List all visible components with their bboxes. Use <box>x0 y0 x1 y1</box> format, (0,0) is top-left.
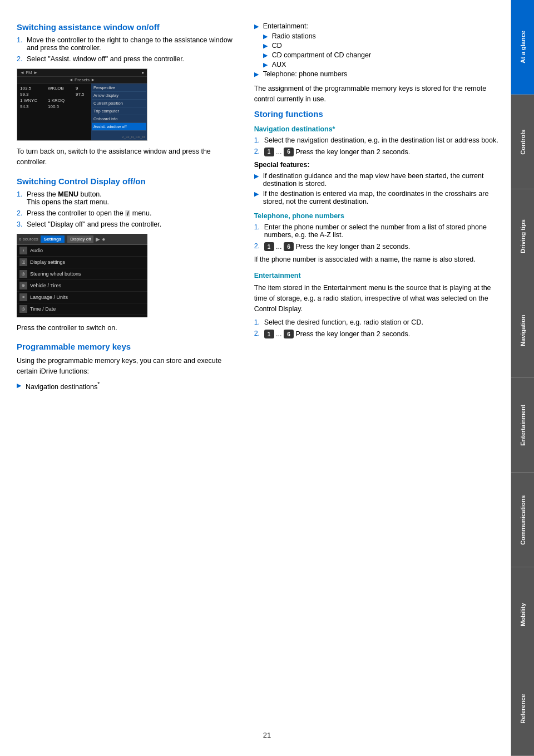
menu-language: ≡ Language / Units <box>17 292 147 303</box>
station-2-freq: 99.3 <box>20 92 48 97</box>
display-settings-label: Display settings <box>30 259 65 265</box>
bullet-arrow-cd: ▶ <box>263 42 272 50</box>
bullet-aux: ▶ AUX <box>254 61 500 68</box>
settings-screenshot: o sources Settings Display off ▶ ● ♪ Aud… <box>17 234 147 317</box>
bullet-radio: ▶ Radio stations <box>254 32 500 40</box>
station-1-freq: 103.5 <box>20 86 48 91</box>
menu-steering: ◎ Steering wheel buttons <box>17 268 147 280</box>
phone-step-text-1: Enter the phone number or select the num… <box>264 223 500 239</box>
bullet-telephone: ▶ Telephone: phone numbers <box>254 70 500 78</box>
menu-item-assist-off: Assist. window off <box>92 123 146 131</box>
special-text-2: If the destination is entered via map, t… <box>263 190 500 205</box>
sidebar-tab-controls[interactable]: Controls <box>511 95 534 189</box>
step-2-display: 2. Press the controller to open the i me… <box>17 209 238 217</box>
bullet-cd: ▶ CD <box>254 42 500 50</box>
station-3-b: 1 KROQ <box>48 98 65 103</box>
bullet-cd-changer: ▶ CD compartment of CD changer <box>254 51 500 59</box>
section-heading-prog-keys: Programmable memory keys <box>17 342 238 351</box>
section-heading-assistance: Switching assistance window on/off <box>17 22 238 32</box>
sidebar-tab-label-mobility: Mobility <box>520 603 526 626</box>
nav-step-text-2: 1 ... 6 Press the key longer than 2 seco… <box>264 148 500 156</box>
assignment-text: The assignment of the programmable memor… <box>254 84 500 105</box>
menu-item-perspective: Perspective <box>92 84 146 92</box>
sidebar-tab-label-navigation: Navigation <box>520 315 526 346</box>
fm-top-left: ◄ FM ► <box>20 70 38 75</box>
nav-step-num-1: 1. <box>254 136 264 144</box>
language-label: Language / Units <box>30 294 68 300</box>
station-1-val: 9 <box>76 86 78 91</box>
key-6-ent: 6 <box>284 330 294 338</box>
section-switching-assistance: Switching assistance window on/off 1. Mo… <box>17 22 238 168</box>
station-1-name: WKLOB <box>48 86 76 91</box>
ent-step-1: 1. Select the desired function, e.g. rad… <box>254 318 500 326</box>
nav-ellipsis: ... <box>276 148 284 155</box>
station-2-val: 97.5 <box>76 92 85 97</box>
phone-key-text: Press the key longer than 2 seconds. <box>296 243 411 251</box>
phone-step-2: 2. 1 ... 6 Press the key longer than 2 s… <box>254 242 500 251</box>
sidebar-tab-driving-tips[interactable]: Driving tips <box>511 189 534 284</box>
bullet-cd-changer-text: CD compartment of CD changer <box>272 51 372 59</box>
display-after-text: Press the controller to switch on. <box>17 323 238 333</box>
phone-step-num-2: 2. <box>254 242 264 251</box>
nav-step-2: 2. 1 ... 6 Press the key longer than 2 s… <box>254 148 500 156</box>
bullet-arrow-entertainment: ▶ <box>254 23 263 30</box>
phone-after-text: If the phone number is associated with a… <box>254 254 500 265</box>
audio-icon: ♪ <box>19 247 27 254</box>
step-num-d2: 2. <box>17 209 27 217</box>
bullet-entertainment-text: Entertainment: <box>263 22 308 30</box>
special-features-label: Special features: <box>254 160 500 170</box>
special-bullet-1: ▶ If destination guidance and the map vi… <box>254 172 500 188</box>
menu-vehicle: ⊕ Vehicle / Tires <box>17 280 147 292</box>
menu-item-current: Current position <box>92 100 146 107</box>
sidebar-tab-mobility[interactable]: Mobility <box>511 567 534 662</box>
sidebar-tab-navigation[interactable]: Navigation <box>511 283 534 378</box>
sources-tab-label: o sources <box>19 237 38 242</box>
nav-step-1: 1. Select the navigation destination, e.… <box>254 136 500 144</box>
time-icon: ◷ <box>19 305 27 313</box>
station-4-b: 100.5 <box>48 104 59 109</box>
phone-ellipsis: ... <box>276 243 284 251</box>
sidebar-tab-label-at-a-glance: At a glance <box>520 31 526 64</box>
section-heading-control-display: Switching Control Display off/on <box>17 176 238 186</box>
phone-step-text-2: 1 ... 6 Press the key longer than 2 seco… <box>264 242 500 251</box>
bullet-aux-text: AUX <box>272 61 286 68</box>
ent-key-text: Press the key longer than 2 seconds. <box>296 330 411 338</box>
subsection-nav-heading: Navigation destinations* <box>254 125 500 133</box>
key-1-ent: 1 <box>264 330 274 338</box>
assistance-after-text: To turn back on, switch to the assistanc… <box>17 146 238 168</box>
step-1-display: 1. Press the MENU button.This opens the … <box>17 190 238 206</box>
subsection-phone-heading: Telephone, phone numbers <box>254 212 500 220</box>
step-text-2: Select "Assist. window off" and press th… <box>27 55 238 63</box>
entertainment-intro: The item stored in the Entertainment men… <box>254 283 500 314</box>
step-text-d1: Press the MENU button.This opens the sta… <box>27 190 238 206</box>
subsection-entertainment-heading: Entertainment <box>254 272 500 279</box>
special-text-1: If destination guidance and the map view… <box>263 172 500 188</box>
step-text-d2: Press the controller to open the i menu. <box>27 209 238 217</box>
step-2-assistance: 2. Select "Assist. window off" and press… <box>17 55 238 63</box>
settings-tab-active: Settings <box>41 235 65 243</box>
header-arrow: ▶ ● <box>96 236 105 242</box>
phone-step-num-1: 1. <box>254 223 264 239</box>
sidebar-tab-at-a-glance[interactable]: At a glance <box>511 0 534 95</box>
menu-time: ◷ Time / Date <box>17 303 147 315</box>
nav-key-text: Press the key longer than 2 seconds. <box>296 148 411 155</box>
section-heading-storing: Storing functions <box>254 109 500 119</box>
menu-item-onboard: Onboard info <box>92 115 146 123</box>
ent-step-2: 2. 1 ... 6 Press the key longer than 2 s… <box>254 330 500 338</box>
sidebar-tab-label-driving-tips: Driving tips <box>520 219 526 253</box>
bullet-entertainment: ▶ Entertainment: <box>254 22 500 30</box>
left-column: Switching assistance window on/off 1. Mo… <box>17 22 249 734</box>
sidebar-tab-communications[interactable]: Communications <box>511 473 534 567</box>
sidebar-tab-reference[interactable]: Reference <box>511 661 534 756</box>
ent-step-num-2: 2. <box>254 330 264 338</box>
bullet-radio-text: Radio stations <box>272 32 316 40</box>
audio-label: Audio <box>30 248 43 253</box>
step-3-display: 3. Select "Display off" and press the co… <box>17 220 238 228</box>
section-control-display: Switching Control Display off/on 1. Pres… <box>17 176 238 333</box>
sidebar-tab-entertainment[interactable]: Entertainment <box>511 378 534 473</box>
station-4: 94.3 <box>20 104 48 109</box>
sidebar-tab-label-communications: Communications <box>520 495 526 544</box>
sidebar-tab-label-reference: Reference <box>520 694 526 724</box>
section-programmable-keys: Programmable memory keys Using the progr… <box>17 342 238 391</box>
nav-step-num-2: 2. <box>254 148 264 156</box>
